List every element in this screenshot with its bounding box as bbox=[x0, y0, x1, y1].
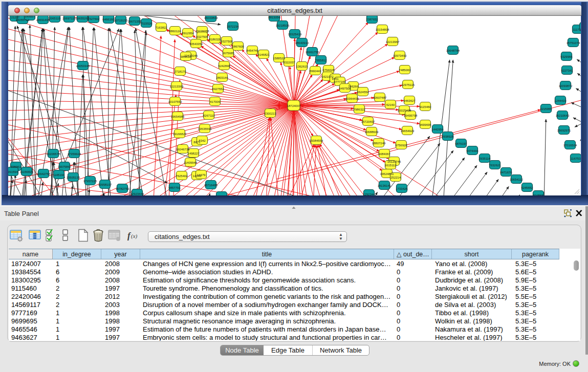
svg-text:13535594: 13535594 bbox=[198, 127, 212, 130]
svg-text:1440954: 1440954 bbox=[431, 128, 444, 131]
svg-text:391594: 391594 bbox=[8, 170, 18, 173]
svg-text:7163822: 7163822 bbox=[155, 26, 167, 29]
svg-text:8322037: 8322037 bbox=[283, 61, 295, 64]
svg-text:10654112: 10654112 bbox=[510, 178, 524, 181]
svg-text:8186328: 8186328 bbox=[209, 38, 221, 41]
svg-text:1252: 1252 bbox=[218, 195, 225, 196]
svg-text:9227341: 9227341 bbox=[561, 69, 573, 72]
svg-text:924565: 924565 bbox=[533, 194, 544, 196]
svg-text:15720407: 15720407 bbox=[361, 120, 375, 123]
svg-text:12093872: 12093872 bbox=[559, 84, 573, 87]
svg-text:10107553: 10107553 bbox=[168, 100, 182, 103]
svg-text:2065119: 2065119 bbox=[49, 17, 61, 20]
svg-text:9463627: 9463627 bbox=[403, 99, 416, 102]
svg-text:252214: 252214 bbox=[390, 176, 401, 179]
svg-text:7625402: 7625402 bbox=[176, 174, 188, 178]
svg-text:9327505: 9327505 bbox=[196, 35, 208, 38]
svg-text:11409948: 11409948 bbox=[184, 161, 198, 164]
svg-text:10154808: 10154808 bbox=[376, 28, 389, 31]
svg-text:9756928: 9756928 bbox=[395, 144, 407, 147]
svg-text:989612: 989612 bbox=[181, 55, 191, 58]
svg-text:12923446: 12923446 bbox=[130, 192, 144, 195]
svg-text:8471676: 8471676 bbox=[500, 171, 512, 174]
svg-text:8342: 8342 bbox=[199, 139, 206, 142]
svg-text:8990443: 8990443 bbox=[309, 70, 321, 73]
svg-text:7632621: 7632621 bbox=[489, 164, 501, 167]
svg-text:3624554: 3624554 bbox=[357, 91, 369, 94]
svg-text:15716485: 15716485 bbox=[204, 184, 218, 187]
svg-text:14479: 14479 bbox=[197, 173, 206, 177]
svg-text:19975867: 19975867 bbox=[58, 165, 72, 168]
svg-text:10648784: 10648784 bbox=[446, 49, 460, 52]
svg-text:12942757: 12942757 bbox=[37, 172, 51, 176]
svg-text:335061: 335061 bbox=[11, 165, 21, 168]
svg-text:2300213: 2300213 bbox=[264, 112, 276, 115]
svg-text:13325419: 13325419 bbox=[288, 33, 302, 36]
svg-text:111725: 111725 bbox=[573, 28, 581, 31]
svg-text:15495798: 15495798 bbox=[404, 114, 418, 117]
svg-text:7986322: 7986322 bbox=[353, 108, 365, 111]
svg-text:9115460: 9115460 bbox=[420, 105, 432, 108]
svg-text:9242848: 9242848 bbox=[218, 64, 230, 68]
svg-text:6879197: 6879197 bbox=[455, 142, 467, 145]
svg-text:19384554: 19384554 bbox=[310, 139, 323, 142]
svg-text:19166827: 19166827 bbox=[173, 133, 187, 136]
svg-text:19218506: 19218506 bbox=[276, 24, 290, 27]
svg-text:116753: 116753 bbox=[571, 157, 581, 160]
svg-text:8454749: 8454749 bbox=[246, 49, 258, 52]
svg-text:2803144: 2803144 bbox=[216, 76, 228, 79]
svg-text:9699695: 9699695 bbox=[419, 123, 431, 126]
svg-text:6497508: 6497508 bbox=[339, 87, 351, 90]
svg-text:10958107: 10958107 bbox=[98, 183, 112, 186]
svg-text:10025438: 10025438 bbox=[398, 109, 411, 112]
svg-text:6466160: 6466160 bbox=[102, 18, 115, 21]
svg-text:7515526: 7515526 bbox=[140, 22, 153, 25]
svg-text:9857791: 9857791 bbox=[168, 186, 181, 189]
svg-text:7485063: 7485063 bbox=[399, 69, 411, 72]
svg-text:9327508: 9327508 bbox=[221, 40, 233, 43]
svg-text:1362615: 1362615 bbox=[296, 65, 308, 68]
svg-text:9245652: 9245652 bbox=[521, 186, 533, 189]
svg-text:20364436: 20364436 bbox=[345, 97, 359, 100]
svg-text:8912954: 8912954 bbox=[182, 32, 194, 35]
svg-text:8267110: 8267110 bbox=[203, 114, 215, 117]
svg-text:16210643: 16210643 bbox=[556, 114, 570, 117]
svg-text:12213967: 12213967 bbox=[386, 40, 400, 43]
svg-text:7955812: 7955812 bbox=[315, 59, 327, 62]
svg-text:16961755: 16961755 bbox=[306, 51, 319, 54]
svg-text:10688609: 10688609 bbox=[365, 130, 379, 134]
svg-text:1498227: 1498227 bbox=[187, 152, 200, 155]
svg-text:14136141: 14136141 bbox=[378, 184, 391, 187]
svg-text:10543352: 10543352 bbox=[189, 42, 203, 46]
svg-text:9146821: 9146821 bbox=[257, 53, 270, 56]
svg-text:12213369: 12213369 bbox=[170, 85, 184, 88]
svg-text:1588520: 1588520 bbox=[273, 57, 285, 60]
svg-text:62160: 62160 bbox=[386, 103, 395, 106]
svg-text:1527602: 1527602 bbox=[88, 17, 100, 20]
svg-text:417006: 417006 bbox=[210, 100, 221, 103]
svg-text:16120746: 16120746 bbox=[387, 160, 401, 163]
svg-text:18807249: 18807249 bbox=[372, 142, 386, 145]
svg-text:18640910: 18640910 bbox=[295, 41, 309, 45]
svg-text:1145194: 1145194 bbox=[53, 173, 66, 177]
svg-text:(x): (x) bbox=[131, 233, 138, 239]
svg-text:18724007: 18724007 bbox=[287, 104, 301, 107]
svg-text:8427552: 8427552 bbox=[212, 87, 224, 91]
svg-text:2867608: 2867608 bbox=[232, 45, 244, 48]
svg-text:11156829: 11156829 bbox=[20, 170, 33, 173]
svg-text:16033809: 16033809 bbox=[204, 16, 218, 19]
svg-text:3675685: 3675685 bbox=[222, 52, 234, 55]
svg-text:12975115: 12975115 bbox=[401, 83, 415, 86]
svg-text:20206578: 20206578 bbox=[47, 152, 60, 156]
svg-text:1244419: 1244419 bbox=[554, 99, 567, 102]
svg-text:8813054: 8813054 bbox=[268, 16, 280, 19]
svg-text:15751074: 15751074 bbox=[567, 41, 580, 45]
svg-text:9084067: 9084067 bbox=[378, 152, 390, 156]
svg-text:17957225: 17957225 bbox=[83, 180, 97, 183]
svg-text:10973493: 10973493 bbox=[393, 54, 407, 57]
svg-text:6794028: 6794028 bbox=[322, 69, 335, 72]
svg-text:9777169: 9777169 bbox=[334, 80, 346, 83]
svg-text:8938928: 8938928 bbox=[442, 135, 454, 138]
svg-text:19524851: 19524851 bbox=[380, 172, 394, 176]
svg-text:3572234: 3572234 bbox=[227, 25, 239, 28]
